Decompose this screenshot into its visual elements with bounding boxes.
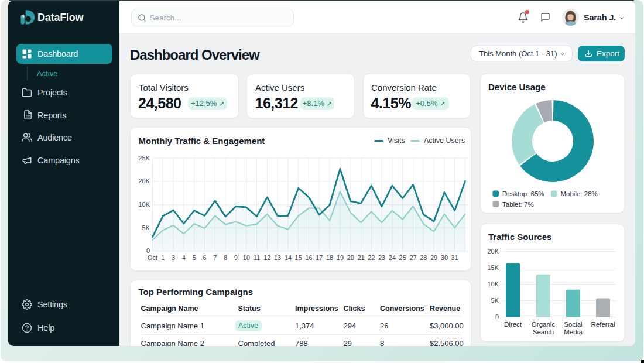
svg-text:19: 19 [337, 254, 344, 261]
svg-text:21: 21 [357, 254, 364, 261]
svg-text:Referral: Referral [591, 321, 615, 328]
svg-text:18: 18 [326, 254, 333, 261]
svg-text:23: 23 [378, 254, 385, 261]
svg-text:15: 15 [295, 254, 302, 261]
svg-text:4: 4 [182, 254, 186, 261]
svg-text:5: 5 [193, 254, 196, 261]
svg-text:28: 28 [420, 254, 427, 261]
svg-text:Organic: Organic [532, 321, 556, 328]
svg-text:24: 24 [389, 254, 396, 261]
svg-text:20K: 20K [487, 248, 499, 255]
svg-text:12: 12 [263, 254, 270, 261]
svg-text:14: 14 [285, 254, 292, 261]
svg-text:Mobile: 28%: Mobile: 28% [561, 190, 598, 197]
svg-text:31: 31 [451, 254, 458, 261]
svg-text:5K: 5K [142, 224, 150, 231]
svg-text:Desktop: 65%: Desktop: 65% [502, 190, 544, 197]
svg-text:5K: 5K [491, 297, 499, 304]
svg-text:30: 30 [441, 254, 448, 261]
svg-text:Tablet: 7%: Tablet: 7% [502, 201, 534, 208]
svg-text:25: 25 [399, 254, 406, 261]
svg-text:Media: Media [564, 328, 583, 335]
svg-text:0: 0 [146, 247, 150, 254]
svg-text:1: 1 [161, 254, 165, 261]
svg-text:8: 8 [224, 254, 227, 261]
svg-text:Oct: Oct [148, 254, 157, 261]
svg-text:20: 20 [347, 254, 354, 261]
svg-text:27: 27 [409, 254, 416, 261]
svg-text:6: 6 [203, 254, 206, 261]
svg-text:7: 7 [213, 254, 217, 261]
svg-text:10: 10 [243, 254, 250, 261]
svg-text:22: 22 [368, 254, 375, 261]
svg-text:10K: 10K [487, 280, 499, 287]
svg-text:3: 3 [172, 254, 175, 261]
svg-text:16: 16 [305, 254, 312, 261]
svg-text:Search: Search [533, 328, 554, 335]
svg-text:17: 17 [316, 254, 323, 261]
svg-text:13: 13 [274, 254, 281, 261]
svg-text:Direct: Direct [504, 321, 522, 328]
svg-text:15K: 15K [487, 264, 499, 271]
svg-text:29: 29 [430, 254, 437, 261]
svg-text:25K: 25K [138, 155, 150, 162]
svg-text:Social: Social [564, 321, 582, 328]
svg-text:9: 9 [234, 254, 238, 261]
svg-text:0: 0 [495, 313, 499, 320]
svg-text:20K: 20K [138, 177, 150, 184]
svg-text:10K: 10K [138, 201, 150, 208]
svg-text:11: 11 [254, 254, 260, 261]
